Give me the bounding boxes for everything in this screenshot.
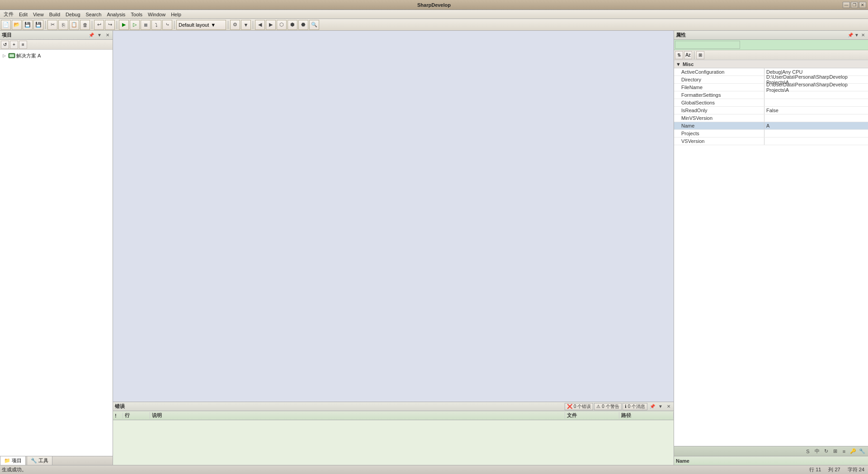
status-bar: 生成成功。 行 11 列 27 字符 24	[0, 465, 868, 474]
tb-btn-b[interactable]: ▼	[241, 20, 251, 30]
error-filter-messages[interactable]: ℹ 0 个消息	[623, 403, 647, 410]
tb-btn-a[interactable]: ⚙	[230, 20, 240, 30]
copy-button[interactable]: ⎘	[58, 20, 68, 30]
dropdown-arrow-icon: ▼	[211, 22, 216, 28]
props-row[interactable]: Projects	[674, 130, 868, 137]
editor-area[interactable]	[113, 31, 674, 402]
props-row-value	[764, 91, 868, 99]
props-close-button[interactable]: ✕	[860, 32, 866, 38]
props-row-name: FileName	[674, 84, 764, 91]
step-into-button[interactable]: ⤷	[162, 20, 172, 30]
undo-button[interactable]: ↩	[94, 20, 104, 30]
panel-dropdown-button[interactable]: ▼	[96, 32, 103, 38]
props-row-name: FormatterSettings	[674, 91, 764, 99]
props-search-input[interactable]	[675, 41, 740, 49]
svg-rect-1	[9, 54, 14, 57]
project-refresh-button[interactable]: ↺	[1, 41, 9, 49]
error-filter-errors[interactable]: ❌ 0 个错误	[565, 403, 593, 410]
menu-item-view[interactable]: View	[30, 11, 47, 18]
menu-item-build[interactable]: Build	[47, 11, 63, 18]
right-tb-btn-5[interactable]: ≡	[840, 447, 848, 455]
menu-bar: 文件EditViewBuildDebugSearchAnalysisToolsW…	[0, 10, 868, 19]
step-over-button[interactable]: ⤵	[151, 20, 161, 30]
open-button[interactable]: 📂	[12, 20, 22, 30]
menu-item-window[interactable]: Window	[145, 11, 168, 18]
separator-6	[253, 21, 253, 29]
props-row[interactable]: FormatterSettings	[674, 91, 868, 99]
new-button[interactable]: 📄	[1, 20, 11, 30]
props-grid-button[interactable]: ⊞	[696, 51, 704, 59]
props-toolbar: ⇅ Az ⊞	[674, 50, 868, 60]
tb-btn-f[interactable]: ⬢	[288, 20, 297, 30]
tb-btn-g[interactable]: ⬣	[298, 20, 308, 30]
message-count-label: 0 个消息	[628, 403, 645, 410]
close-button[interactable]: ✕	[859, 2, 866, 8]
col-line: 行	[123, 412, 150, 419]
tab-project[interactable]: 📁 项目	[0, 456, 26, 465]
props-rows: ActiveConfigurationDebug|Any CPUDirector…	[674, 68, 868, 145]
stop-button[interactable]: ⏹	[141, 20, 151, 30]
tab-tools[interactable]: 🔧 工具	[27, 456, 52, 465]
restore-button[interactable]: ❐	[851, 2, 858, 8]
props-row-value: D:\UserData\Personal\SharpDevelop Projec…	[764, 84, 868, 91]
props-dropdown-button[interactable]: ▼	[854, 32, 860, 38]
cut-button[interactable]: ✂	[47, 20, 57, 30]
tb-btn-e[interactable]: ⬡	[277, 20, 287, 30]
menu-item-tools[interactable]: Tools	[128, 11, 145, 18]
props-row[interactable]: IsReadOnlyFalse	[674, 107, 868, 114]
layout-dropdown[interactable]: Default layout ▼	[176, 20, 226, 30]
search-toolbar-button[interactable]: 🔍	[309, 20, 319, 30]
menu-item-文件[interactable]: 文件	[1, 10, 16, 19]
props-sort-button[interactable]: ⇅	[675, 51, 683, 59]
right-panel: 属性 📌 ▼ ✕ ⇅ Az ⊞ ▼ Misc ActiveConfigurati…	[674, 31, 868, 465]
props-row-name: GlobalSections	[674, 99, 764, 106]
panel-close-button[interactable]: ✕	[104, 32, 111, 38]
error-pin-button[interactable]: 📌	[649, 403, 656, 410]
props-alpha-button[interactable]: Az	[684, 51, 692, 59]
tb-btn-d[interactable]: ▶	[266, 20, 276, 30]
menu-item-analysis[interactable]: Analysis	[104, 11, 128, 18]
right-tb-btn-4[interactable]: ⊞	[831, 447, 839, 455]
layout-label: Default layout	[179, 22, 209, 28]
paste-button[interactable]: 📋	[69, 20, 79, 30]
save-all-button[interactable]: 💾	[33, 20, 43, 30]
right-tb-btn-6[interactable]: 🔑	[849, 447, 857, 455]
solution-icon	[8, 52, 15, 59]
props-row-name: Directory	[674, 76, 764, 83]
error-close-button[interactable]: ✕	[665, 403, 672, 410]
panel-pin-button[interactable]: 📌	[88, 32, 94, 38]
props-row[interactable]: VSVersion	[674, 137, 868, 145]
props-row[interactable]: NameA	[674, 122, 868, 130]
props-row[interactable]: GlobalSections	[674, 99, 868, 107]
menu-item-debug[interactable]: Debug	[63, 11, 83, 18]
right-tb-btn-7[interactable]: 🔧	[858, 447, 866, 455]
project-view-button[interactable]: ≡	[19, 41, 27, 49]
error-table-header: ! 行 说明 文件 路径	[113, 411, 674, 420]
app-title: SharpDevelop	[2, 2, 866, 8]
props-row[interactable]: MinVSVersion	[674, 114, 868, 122]
tree-node-solution[interactable]: ▷ 解决方案 A	[2, 52, 111, 60]
save-button[interactable]: 💾	[23, 20, 33, 30]
minimize-button[interactable]: —	[843, 2, 850, 8]
project-add-button[interactable]: +	[10, 41, 18, 49]
props-pin-button[interactable]: 📌	[847, 32, 854, 38]
menu-item-edit[interactable]: Edit	[16, 11, 30, 18]
debug-button[interactable]: ▷	[130, 20, 140, 30]
props-header: 属性 📌 ▼ ✕	[674, 31, 868, 40]
status-line: 行 11	[807, 466, 823, 473]
right-tb-btn-3[interactable]: ↻	[822, 447, 830, 455]
redo-button[interactable]: ↪	[105, 20, 115, 30]
right-tb-btn-2[interactable]: 中	[813, 447, 821, 455]
right-tb-btn-1[interactable]: S	[804, 447, 812, 455]
left-panel: 项目 📌 ▼ ✕ ↺ + ≡ ▷ 解决方案 A 📁 项目	[0, 31, 113, 465]
menu-item-help[interactable]: Help	[168, 11, 184, 18]
tb-btn-c[interactable]: ◀	[255, 20, 265, 30]
delete-button[interactable]: 🗑	[80, 20, 90, 30]
run-button[interactable]: ▶	[119, 20, 129, 30]
props-row-name: IsReadOnly	[674, 107, 764, 114]
error-dropdown-button[interactable]: ▼	[657, 403, 664, 410]
props-row[interactable]: FileNameD:\UserData\Personal\SharpDevelo…	[674, 84, 868, 91]
menu-item-search[interactable]: Search	[83, 11, 104, 18]
props-row-name: Name	[674, 122, 764, 129]
error-filter-warnings[interactable]: ⚠ 0 个警告	[594, 403, 621, 410]
